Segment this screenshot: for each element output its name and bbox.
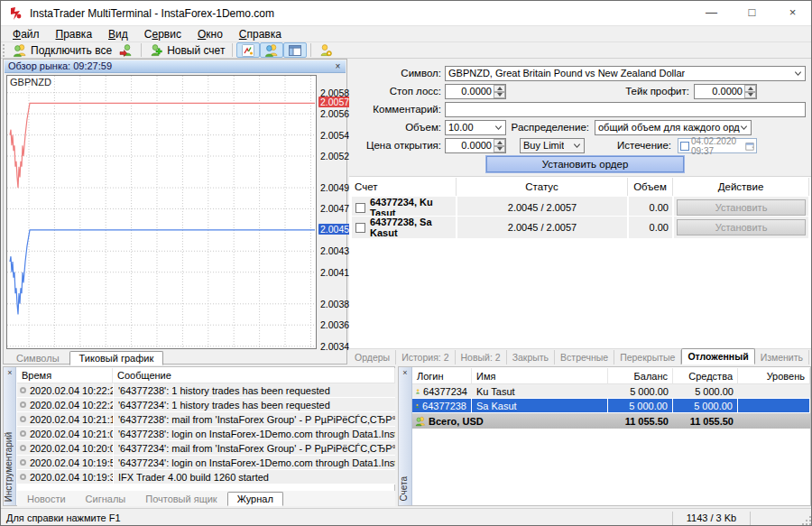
accounts-col-balance[interactable]: Баланс [608,368,673,384]
takeprofit-label: Тейк профит: [599,84,689,98]
menu-view[interactable]: Вид [100,27,136,42]
stoploss-stepper[interactable]: 0.0000 [445,84,506,99]
toggle-toolbox-button[interactable] [283,42,307,58]
expiration-checkbox[interactable] [680,142,689,151]
order-row-checkbox[interactable] [355,223,365,233]
accounts-col-equity[interactable]: Средства [673,368,738,384]
place-order-button[interactable]: Установить ордер [486,156,684,172]
account-row-selected[interactable]: 64377238 Sa Kasut 5 000.00 5 000.00 [412,399,810,413]
maximize-button[interactable]: □ [732,1,772,26]
tab-modify[interactable]: Изменить [755,350,809,365]
tab-overlapped[interactable]: Перекрытые [614,350,681,365]
set-order-button-disabled[interactable]: Установить [677,199,806,216]
disconnect-all-button[interactable] [115,42,137,58]
takeprofit-down-icon[interactable] [744,92,756,99]
comment-field[interactable] [445,102,806,117]
toggle-market-watch-button[interactable] [236,42,260,58]
takeprofit-stepper[interactable]: 0.0000 [694,84,757,99]
toggle-accounts-button[interactable] [260,42,283,58]
symbol-select[interactable]: GBPNZD, Great Britain Pound vs New Zeala… [445,66,806,81]
close-button[interactable]: × [772,1,812,26]
journal-row[interactable]: 2020.02.04 10:22:2...'64377234': 1 histo… [17,398,395,412]
status-traffic-text: 1143 / 3 Kb [673,509,750,526]
tab-symbols[interactable]: Символы [6,351,69,365]
accounts-close-icon[interactable]: × [401,369,410,378]
connect-all-button[interactable]: Подключить все [9,42,115,58]
accounts-col-name[interactable]: Имя [472,368,608,384]
menu-edit[interactable]: Правка [48,27,101,42]
volume-select[interactable]: 10.00 [445,120,506,135]
calendar-icon[interactable] [745,142,754,151]
instaforex-logo-icon [8,6,23,21]
journal-row[interactable]: 2020.02.04 10:21:0...'64377238': login o… [17,427,395,441]
tab-close[interactable]: Закрыть [507,350,555,365]
toolbox-side-strip: × Инструментарий [4,367,16,505]
log-bullet-icon [20,430,26,437]
account-user-icon [415,386,420,397]
takeprofit-up-icon[interactable] [744,85,756,92]
journal-col-time[interactable]: Время [17,368,113,383]
menu-file[interactable]: Файл [5,27,48,42]
tab-pending[interactable]: Отложенный [681,348,754,365]
price-tick-label: 2.0036 [320,319,349,330]
accounts-col-level[interactable]: Уровень [738,368,810,384]
journal-row[interactable]: 2020.02.04 10:20:0...'64377234': mail fr… [17,441,395,456]
titlebar: InstaTrader MultiTerminal - InstaForex-1… [1,1,812,26]
journal-row[interactable]: 2020.02.04 10:19:3...IFX Trader 4.00 bui… [17,470,395,484]
tab-journal[interactable]: Журнал [227,492,283,506]
journal-col-message[interactable]: Сообщение [113,368,395,383]
order-row-checkbox[interactable] [355,203,365,213]
minimize-button[interactable]: — [691,1,732,26]
orders-tabs: Ордеры История: 2 Новый: 2 Закрыть Встре… [349,348,811,365]
market-overview-close-icon[interactable]: × [333,61,343,72]
openprice-up-icon[interactable] [494,139,505,146]
tab-mailbox[interactable]: Почтовый ящик [135,492,226,506]
set-order-button-disabled[interactable]: Установить [677,219,806,235]
price-tick-label: 2.0043 [320,245,349,256]
order-panel: Символ: GBPNZD, Great Britain Pound vs N… [349,59,811,365]
tick-chart[interactable]: GBPNZD [6,75,317,349]
tab-tick-chart[interactable]: Тиковый график [69,351,164,365]
order-col-account[interactable]: Счет [351,178,457,197]
tab-signals[interactable]: Сигналы [76,492,136,506]
order-table: Счет Статус Объем Действие 64377234, Ku … [351,178,809,235]
account-user-icon [415,401,420,411]
toolbox-close-icon[interactable]: × [5,369,14,378]
resize-grip[interactable] [802,516,811,525]
journal-row[interactable]: 2020.02.04 10:19:5...'64377234': login o… [17,456,395,470]
account-row[interactable]: 64377234 Ku Tasut 5 000.00 5 000.00 [412,384,810,399]
tab-orders[interactable]: Ордеры [349,350,396,365]
toolbar-grip[interactable] [3,44,7,57]
menu-help[interactable]: Справка [231,27,290,42]
order-row[interactable]: 64377234, Ku Tasut 2.0045 / 2.0057 0.00 … [351,196,809,216]
openprice-down-icon[interactable] [494,146,505,153]
chevron-down-icon [794,69,802,78]
new-account-button[interactable]: Новый счет [145,42,228,58]
order-col-volume[interactable]: Объем [628,178,673,197]
order-col-status[interactable]: Статус [457,178,628,197]
tab-counter[interactable]: Встречные [555,350,614,365]
tab-news[interactable]: Новости [17,492,76,506]
expiration-datetime-picker[interactable]: 04.02.2020 09:37 [678,138,757,153]
openprice-stepper[interactable]: 0.0000 [445,138,506,153]
tab-new[interactable]: Новый: 2 [456,350,507,365]
price-tick-label: 2.0034 [320,341,349,352]
account-settings-button[interactable] [315,42,337,58]
distribution-select[interactable]: общий объем для каждого ордера [595,120,752,135]
distribution-label: Распределение: [499,120,589,134]
stoploss-label: Стоп лосс: [351,84,441,98]
journal-row[interactable]: 2020.02.04 10:21:1...'64377238': mail fr… [17,412,395,427]
price-tick-label: 2.0041 [320,267,349,278]
tab-history[interactable]: История: 2 [396,350,455,365]
menu-window[interactable]: Окно [189,27,231,42]
menu-service[interactable]: Сервис [136,27,189,42]
journal-row[interactable]: 2020.02.04 10:22:2...'64377238': 1 histo… [17,383,395,398]
accounts-group-icon [415,416,426,427]
accounts-col-login[interactable]: Логин [412,368,472,384]
order-type-select[interactable]: Buy Limit [520,138,585,153]
market-overview-titlebar[interactable]: Обзор рынка: 09:27:59 × [5,60,346,73]
order-col-action[interactable]: Действие [673,178,809,197]
stoploss-up-icon[interactable] [494,85,505,92]
stoploss-down-icon[interactable] [494,92,505,99]
order-row[interactable]: 64377238, Sa Kasut 2.0045 / 2.0057 0.00 … [351,216,809,235]
